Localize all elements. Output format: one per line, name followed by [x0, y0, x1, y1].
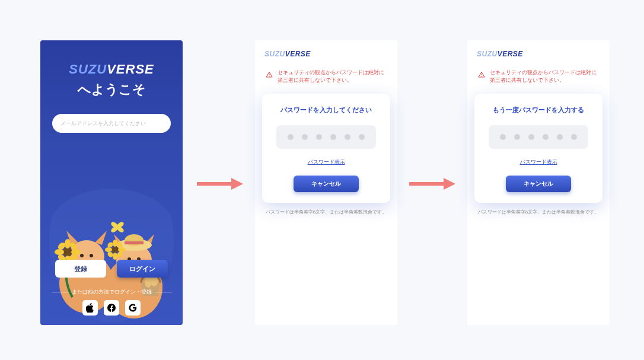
svg-marker-37: [444, 178, 455, 190]
brand-suzu: SUZU: [69, 62, 107, 77]
security-warning-text: セキュリティの観点からパスワードは絶対に第三者に共有しないで下さい。: [278, 69, 387, 84]
password-confirm-screen: SUZUVERSE セキュリティの観点からパスワードは絶対に第三者に共有しないで…: [467, 40, 610, 325]
svg-point-3: [90, 254, 93, 257]
svg-point-24: [113, 253, 117, 260]
password-screen: SUZUVERSE セキュリティの観点からパスワードは絶対に第三者に共有しないで…: [255, 40, 397, 325]
svg-point-7: [55, 249, 64, 255]
svg-marker-33: [231, 178, 243, 190]
svg-point-2: [80, 254, 84, 257]
email-input[interactable]: メールアドレスを入力してください: [52, 114, 171, 133]
google-icon: [129, 304, 137, 312]
flow-arrow-icon: [196, 177, 243, 191]
brand-logo: SUZUVERSE: [264, 50, 397, 58]
show-password-link[interactable]: パスワード表示: [483, 158, 594, 166]
brand-logo: SUZUVERSE: [477, 50, 610, 58]
brand-logo: SUZUVERSE: [40, 62, 183, 77]
brand-verse: VERSE: [498, 50, 523, 58]
svg-point-5: [65, 239, 71, 249]
security-warning-text: セキュリティの観点からパスワードは絶対に第三者に共有しないで下さい。: [490, 69, 599, 84]
register-label: 登録: [74, 265, 87, 273]
password-card: パスワードを入力してください パスワード表示 キャンセル: [262, 94, 390, 203]
brand-suzu: SUZU: [477, 50, 498, 58]
password-confirm-input[interactable]: [489, 125, 588, 149]
svg-point-8: [71, 249, 81, 255]
email-placeholder: メールアドレスを入力してください: [60, 120, 146, 128]
flow-arrow-icon: [408, 177, 455, 191]
apple-icon: [86, 303, 94, 313]
register-button[interactable]: 登録: [55, 260, 106, 278]
svg-point-22: [111, 246, 119, 253]
facebook-icon: [107, 304, 116, 312]
svg-point-4: [63, 247, 72, 257]
alt-methods-divider: または他の方法でログイン・登録: [40, 288, 183, 296]
brand-verse: VERSE: [285, 50, 311, 58]
login-button[interactable]: ログイン: [117, 260, 168, 278]
show-password-link[interactable]: パスワード表示: [270, 158, 382, 166]
warning-icon: [478, 69, 485, 81]
facebook-login-button[interactable]: [104, 300, 119, 316]
cancel-button[interactable]: キャンセル: [506, 176, 571, 192]
password-hint: パスワードは半角英字6文字、または半角英数混合です。: [255, 209, 397, 215]
password-hint: パスワードは半角英字6文字、または半角英数混合です。: [467, 209, 610, 215]
login-label: ログイン: [129, 265, 155, 273]
cancel-label: キャンセル: [311, 180, 341, 188]
welcome-heading: へようこそ: [40, 81, 183, 98]
svg-point-35: [269, 76, 269, 77]
brand-suzu: SUZU: [264, 50, 285, 58]
svg-point-23: [113, 240, 117, 247]
brand-verse: VERSE: [107, 62, 154, 77]
alt-methods-label: または他の方法でログイン・登録: [72, 288, 152, 296]
svg-rect-19: [125, 241, 144, 244]
svg-point-39: [481, 76, 482, 77]
svg-point-26: [118, 247, 125, 252]
google-login-button[interactable]: [125, 300, 141, 316]
password-confirm-title: もう一度パスワードを入力する: [483, 106, 594, 114]
password-title: パスワードを入力してください: [270, 106, 382, 114]
cancel-button[interactable]: キャンセル: [294, 176, 359, 192]
apple-login-button[interactable]: [82, 300, 98, 316]
welcome-screen: SUZUVERSE へようこそ メールアドレスを入力してください: [40, 40, 183, 325]
password-input[interactable]: [276, 125, 376, 149]
cancel-label: キャンセル: [524, 180, 553, 188]
password-card: もう一度パスワードを入力する パスワード表示 キャンセル: [474, 94, 602, 203]
svg-point-25: [105, 247, 112, 252]
warning-icon: [266, 69, 273, 81]
